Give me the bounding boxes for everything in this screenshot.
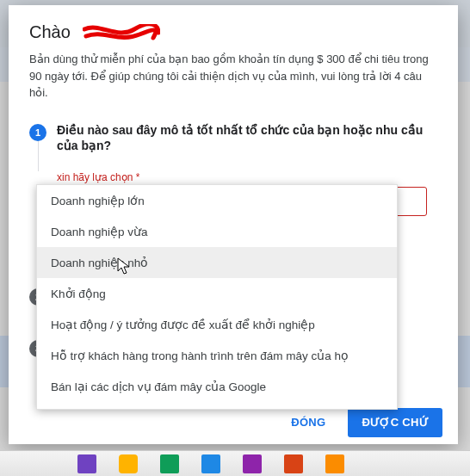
dropdown-option[interactable]: Hỗ trợ khách hàng trong hành trình trên … [37,340,397,371]
redaction-scribble [83,24,160,41]
org-type-dropdown[interactable]: Doanh nghiệp lớnDoanh nghiệp vừaDoanh ng… [36,184,398,410]
intro-text: Bản dùng thử miễn phí của bạn bao gồm kh… [29,51,437,102]
dropdown-option[interactable]: Doanh nghiệp vừa [37,216,397,247]
dropdown-option[interactable]: Bán lại các dịch vụ đám mây của Google [37,371,397,402]
close-button[interactable]: ĐÓNG [277,408,339,437]
dropdown-option[interactable]: Doanh nghiệp lớn [37,185,397,216]
confirm-button[interactable]: ĐƯỢC CHỨ [348,408,442,437]
taskbar [0,450,470,476]
dropdown-option[interactable]: Hoạt động / ý tưởng được đề xuất để khởi… [37,309,397,340]
taskbar-app-icon[interactable] [160,454,179,473]
greeting-title: Chào Thanh [29,22,437,42]
dropdown-option[interactable]: Doanh nghiệp nhỏ [37,247,397,278]
step-1-badge: 1 [29,124,46,141]
step-1-label: Điều nào sau đây mô tả tốt nhất tổ chức … [57,122,437,155]
mouse-cursor-icon [117,257,131,276]
taskbar-app-icon[interactable] [284,454,303,473]
taskbar-app-icon[interactable] [243,454,262,473]
dropdown-option[interactable]: Khởi động [37,278,397,309]
dropdown-option[interactable]: Dự án nhân sự [37,402,397,410]
taskbar-app-icon[interactable] [77,454,96,473]
taskbar-app-icon[interactable] [201,454,220,473]
required-hint: xin hãy lựa chọn * [57,171,437,183]
greeting-prefix: Chào [29,22,75,41]
taskbar-app-icon[interactable] [325,454,344,473]
taskbar-app-icon[interactable] [119,454,138,473]
step-connector [38,141,39,172]
step-1: 1 Điều nào sau đây mô tả tốt nhất tổ chứ… [29,117,437,167]
